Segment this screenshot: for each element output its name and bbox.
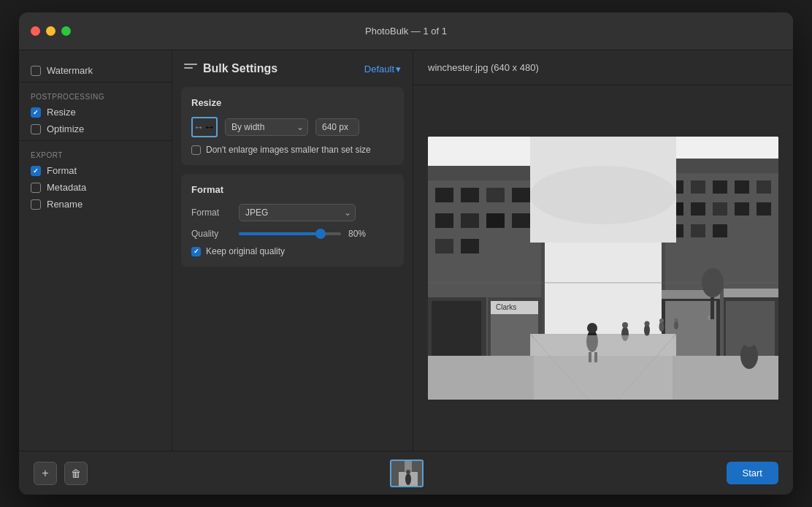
minimize-button[interactable] [46,26,55,36]
format-field-label: Format [191,207,231,218]
svg-rect-34 [713,224,727,237]
image-preview: Clarks [428,137,778,400]
titlebar: PhotoBulk — 1 of 1 [19,12,793,50]
keep-quality-label: Keep original quality [206,246,285,256]
center-panel: Bulk Settings Default ▾ Resize ↔ By widt… [172,50,413,451]
svg-point-52 [622,322,628,328]
svg-rect-11 [512,213,530,228]
sidebar-item-metadata[interactable]: Metadata [19,179,172,196]
metadata-label: Metadata [47,182,86,193]
sidebar-item-optimize[interactable]: Optimize [19,121,172,137]
px-input[interactable] [315,118,359,136]
watermark-checkbox[interactable] [31,66,41,76]
svg-text:Clarks: Clarks [496,303,516,311]
svg-point-64 [702,268,724,297]
by-width-select[interactable]: By width By height By longest side [225,118,308,136]
by-width-wrapper: By width By height By longest side [225,118,308,136]
sidebar-item-format[interactable]: Format [19,162,172,179]
app-window: PhotoBulk — 1 of 1 Watermark POSTPROCESS… [19,12,793,495]
svg-point-58 [675,319,678,322]
svg-rect-9 [461,213,479,228]
bottom-bar: + 🗑 Start [19,451,793,495]
svg-point-59 [686,318,689,324]
svg-rect-13 [461,239,479,254]
quality-slider-track[interactable] [239,232,341,235]
svg-rect-28 [691,202,705,216]
dont-enlarge-checkbox[interactable] [191,145,201,155]
trash-icon: 🗑 [71,468,81,479]
svg-rect-66 [534,335,673,400]
svg-rect-65 [710,297,714,319]
default-dropdown[interactable]: Default ▾ [364,64,401,75]
rename-checkbox[interactable] [31,199,41,210]
delete-button[interactable]: 🗑 [64,462,88,485]
svg-rect-29 [713,202,727,216]
quality-percent: 80% [348,229,374,239]
svg-point-56 [659,319,664,323]
thumbnail-strip [390,460,424,487]
start-button[interactable]: Start [727,462,778,484]
format-checkbox[interactable] [31,166,41,176]
postprocessing-section-label: POSTPROCESSING [19,85,172,104]
format-section-title: Format [191,184,394,195]
quality-slider-thumb[interactable] [315,229,326,239]
resize-label: Resize [47,107,76,118]
window-controls [31,26,71,36]
svg-point-63 [743,335,755,347]
main-content: Watermark POSTPROCESSING Resize Optimize… [19,50,793,451]
format-format-row: Format JPEG PNG TIFF WebP [191,204,394,221]
bw-street-svg: Clarks [428,137,778,400]
svg-rect-26 [757,180,771,194]
svg-point-61 [708,316,710,321]
thumbnail-item[interactable] [390,460,424,487]
resize-row: ↔ By width By height By longest side [191,117,394,137]
keep-quality-checkbox[interactable] [191,247,201,256]
svg-rect-25 [735,180,749,194]
bottom-left-controls: + 🗑 [34,462,88,485]
image-preview-area: Clarks [413,85,793,451]
optimize-checkbox[interactable] [31,124,41,134]
resize-section-title: Resize [191,97,394,108]
resize-section: Resize ↔ By width By height By longest s… [181,87,404,165]
svg-rect-40 [724,289,778,297]
image-filename: winchester.jpg (640 x 480) [413,50,793,85]
metadata-checkbox[interactable] [31,183,41,193]
format-select[interactable]: JPEG PNG TIFF WebP [239,204,356,221]
format-select-wrapper: JPEG PNG TIFF WebP [239,204,356,221]
svg-rect-7 [512,188,530,202]
watermark-label: Watermark [47,65,93,76]
maximize-button[interactable] [61,26,71,36]
resize-icon: ↔ [191,117,218,137]
add-button[interactable]: + [34,462,57,485]
svg-rect-8 [435,213,453,228]
svg-point-73 [405,473,411,485]
svg-rect-10 [486,213,505,228]
svg-point-48 [587,323,597,333]
sidebar-item-watermark[interactable]: Watermark [19,62,172,79]
bulk-settings-icon [184,64,197,74]
sidebar-item-rename[interactable]: Rename [19,196,172,213]
svg-rect-15 [432,301,481,365]
chevron-down-icon: ▾ [396,64,401,75]
resize-checkbox[interactable] [31,107,41,118]
svg-point-60 [697,316,700,322]
thumbnail-svg [391,461,424,487]
sidebar-item-resize[interactable]: Resize [19,104,172,121]
svg-rect-33 [691,224,705,237]
svg-rect-31 [757,202,771,216]
svg-rect-5 [461,188,479,202]
keep-quality-row: Keep original quality [191,246,394,256]
sidebar: Watermark POSTPROCESSING Resize Optimize… [19,50,172,451]
svg-rect-4 [435,188,453,202]
format-label: Format [47,165,77,176]
dont-enlarge-row: Don't enlarge images smaller than set si… [191,145,394,155]
close-button[interactable] [31,26,40,36]
quality-slider-container: 80% [239,229,374,239]
svg-point-74 [406,470,410,474]
quality-row: Quality 80% [191,229,394,239]
svg-point-57 [674,321,678,329]
window-title: PhotoBulk — 1 of 1 [365,26,447,37]
bulk-settings-title: Bulk Settings [184,62,277,75]
dont-enlarge-label: Don't enlarge images smaller than set si… [206,145,371,155]
optimize-label: Optimize [47,123,84,134]
